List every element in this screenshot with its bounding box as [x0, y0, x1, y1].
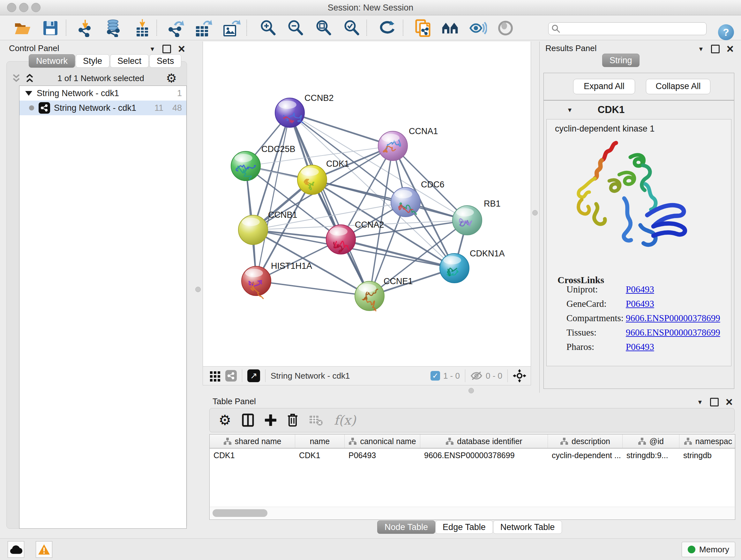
tree-expander-icon[interactable] — [25, 91, 32, 96]
show-columns-icon[interactable] — [242, 414, 254, 427]
table-horizontal-scrollbar[interactable] — [210, 507, 735, 519]
search-input[interactable] — [563, 24, 706, 34]
column-header-name[interactable]: name — [295, 435, 345, 448]
crosslink-link[interactable]: P06493 — [626, 299, 654, 309]
table-panel-tabs: Node TableEdge TableNetwork Table — [377, 520, 562, 534]
panel-float-icon[interactable] — [710, 398, 719, 407]
zoom-selected-icon[interactable] — [343, 19, 360, 37]
edge-CCNB2-CCNA1[interactable] — [290, 113, 393, 146]
table-panel-title: Table Panel — [212, 396, 256, 407]
protein-section-header[interactable]: ▼ CDK1 — [544, 101, 734, 119]
expand-all-button[interactable]: Expand All — [573, 79, 635, 94]
cell[interactable]: P06493 — [345, 449, 420, 462]
zoom-in-icon[interactable] — [259, 19, 277, 37]
node-table[interactable]: shared namenamecanonical namedatabase id… — [209, 434, 735, 520]
results-tab-string[interactable]: String — [602, 54, 639, 67]
tab-sets[interactable]: Sets — [149, 54, 181, 68]
column-header-namespac[interactable]: namespac — [679, 435, 735, 448]
cell[interactable]: 9606.ENSP00000378699 — [420, 449, 548, 462]
cell[interactable]: cyclin-dependent ... — [548, 449, 623, 462]
panel-collapse-icon[interactable]: ▼ — [149, 46, 155, 52]
string-protein-query-icon[interactable] — [414, 19, 432, 37]
export-network-icon[interactable] — [167, 19, 185, 37]
string-network-graph[interactable]: CCNB2CCNA1CDC25BCDK1CDC6RB1CCNB1CCNA2CDK… — [203, 42, 531, 366]
cloud-button[interactable] — [8, 541, 24, 558]
import-table-file-icon[interactable] — [133, 19, 151, 37]
left-splitter-handle[interactable] — [195, 287, 201, 292]
string-enable-glass-icon[interactable] — [469, 19, 487, 37]
scrollbar-thumb[interactable] — [212, 509, 267, 517]
panel-float-icon[interactable] — [711, 45, 720, 53]
toolbar-separator — [242, 369, 242, 382]
add-column-icon[interactable] — [265, 415, 276, 426]
column-header-database-identifier[interactable]: database identifier — [420, 435, 548, 448]
detach-view-icon[interactable]: ↗ — [247, 369, 260, 382]
zoom-out-icon[interactable] — [286, 19, 305, 37]
open-session-icon[interactable] — [14, 19, 32, 37]
edge-HIST1H1A-CCNE1[interactable] — [256, 281, 369, 296]
save-session-icon[interactable] — [42, 19, 59, 37]
collapse-all-button[interactable]: Collapse All — [646, 79, 711, 94]
cell[interactable]: CDK1 — [295, 449, 345, 462]
horizontal-splitter-handle[interactable] — [468, 388, 474, 393]
column-header-canonical-name[interactable]: canonical name — [345, 435, 420, 448]
network-tree-root-row[interactable]: String Network - cdk1 1 — [19, 86, 186, 101]
tab-network-table[interactable]: Network Table — [493, 520, 562, 534]
tab-network[interactable]: Network — [29, 54, 75, 68]
pan-crosshair-icon[interactable] — [513, 369, 526, 382]
panel-close-icon[interactable]: × — [726, 399, 733, 406]
memory-button[interactable]: Memory — [682, 542, 735, 557]
panel-collapse-icon[interactable]: ▼ — [698, 46, 704, 52]
import-network-database-icon[interactable] — [105, 19, 123, 37]
hidden-eye-icon[interactable] — [470, 371, 482, 381]
delete-table-icon[interactable] — [309, 415, 323, 426]
tab-node-table[interactable]: Node Table — [377, 520, 435, 534]
cell[interactable]: stringdb — [679, 449, 735, 462]
collapse-all-icon[interactable] — [11, 73, 22, 83]
network-canvas[interactable]: CCNB2CCNA1CDC25BCDK1CDC6RB1CCNB1CCNA2CDK… — [203, 42, 531, 366]
right-splitter-handle[interactable] — [532, 210, 538, 215]
network-options-gear-icon[interactable]: ⚙ — [166, 72, 177, 84]
panel-close-icon[interactable]: × — [178, 46, 185, 52]
section-collapse-icon[interactable]: ▼ — [567, 107, 573, 113]
delete-column-icon[interactable] — [287, 414, 298, 427]
tab-edge-table[interactable]: Edge Table — [435, 520, 493, 534]
column-header-description[interactable]: description — [548, 435, 623, 448]
export-table-icon[interactable] — [195, 19, 212, 37]
zoom-fit-icon[interactable] — [315, 19, 333, 37]
crosslink-link[interactable]: P06493 — [626, 284, 654, 294]
cell[interactable]: stringdb:9... — [623, 449, 679, 462]
string-home-icon[interactable] — [442, 19, 460, 37]
crosslink-link[interactable]: 9606.ENSP00000378699 — [626, 327, 720, 337]
tab-style[interactable]: Style — [76, 54, 110, 68]
node-label-HIST1H1A: HIST1H1A — [271, 261, 312, 271]
export-image-icon[interactable] — [223, 19, 241, 37]
help-button[interactable]: ? — [718, 24, 734, 40]
network-share-icon[interactable] — [225, 370, 237, 381]
warning-button[interactable] — [36, 541, 52, 558]
import-network-file-icon[interactable] — [77, 19, 95, 37]
table-options-gear-icon[interactable]: ⚙ — [219, 413, 231, 427]
panel-collapse-icon[interactable]: ▼ — [697, 399, 703, 405]
control-panel-title: Control Panel — [9, 44, 59, 53]
crosslink-link[interactable]: 9606.ENSP00000378699 — [626, 313, 720, 323]
string-disable-glass-icon[interactable] — [496, 19, 515, 37]
selected-checkbox-icon[interactable]: ✓ — [430, 371, 440, 381]
node-label-CCNA2: CCNA2 — [355, 220, 384, 230]
panel-close-icon[interactable]: × — [727, 46, 734, 52]
node-gloss — [245, 269, 263, 277]
column-header--id[interactable]: @id — [623, 435, 679, 448]
birdseye-grid-icon[interactable] — [209, 370, 221, 381]
apply-layout-icon[interactable] — [379, 19, 396, 37]
function-builder-icon[interactable]: f(x) — [334, 413, 356, 428]
table-row[interactable]: CDK1CDK1P064939606.ENSP00000378699cyclin… — [210, 449, 735, 462]
column-header-shared-name[interactable]: shared name — [210, 435, 295, 448]
crosslink-row: GeneCard:P06493 — [566, 299, 726, 313]
expand-all-icon[interactable] — [25, 73, 36, 83]
cell[interactable]: CDK1 — [210, 449, 295, 462]
crosslink-link[interactable]: P06493 — [626, 341, 654, 352]
network-tree-child-row[interactable]: String Network - cdk1 11 48 — [19, 101, 186, 115]
node-gloss — [443, 256, 461, 264]
panel-float-icon[interactable] — [162, 45, 171, 53]
tab-select[interactable]: Select — [110, 54, 149, 68]
